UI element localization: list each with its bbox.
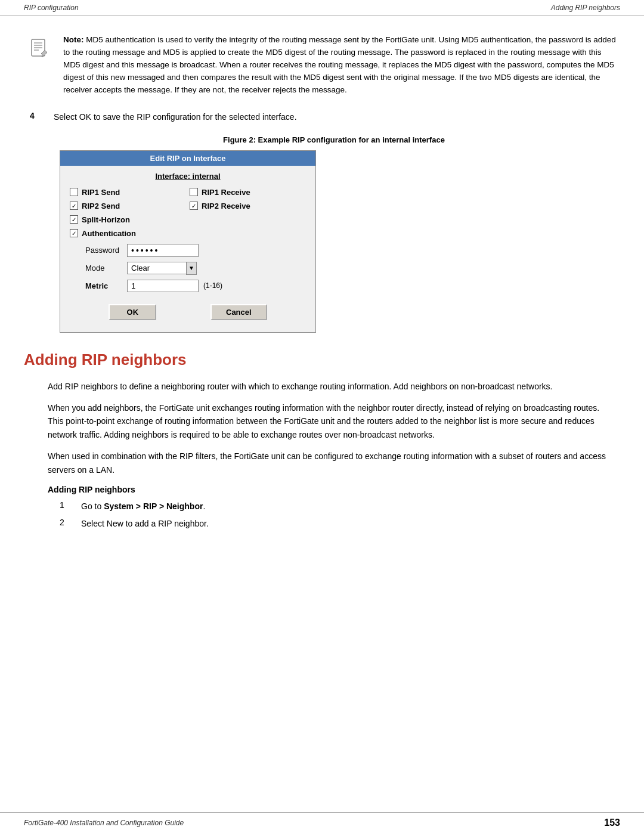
note-text: Note: MD5 authentication is used to veri… <box>63 34 620 97</box>
mode-select-wrapper: ▼ <box>127 262 197 275</box>
metric-range: (1-16) <box>203 281 222 290</box>
figure-caption: Figure 2: Example RIP configuration for … <box>48 135 620 144</box>
header-right: Adding RIP neighbors <box>551 4 620 12</box>
main-content: Note: MD5 authentication is used to veri… <box>0 16 644 812</box>
mode-input[interactable] <box>127 262 187 274</box>
pencil-icon <box>26 36 52 62</box>
step-list-item-1: 1 Go to System > RIP > Neighbor. <box>60 500 608 513</box>
authentication-label: Authentication <box>82 229 153 238</box>
step1-bold: System > RIP > Neighbor <box>104 501 203 511</box>
step1-suffix: . <box>203 501 205 511</box>
ok-button[interactable]: OK <box>109 304 156 320</box>
note-bold: Note: <box>63 35 84 44</box>
dialog-titlebar: Edit RIP on Interface <box>60 151 315 166</box>
rip1-receive-label: RIP1 Receive <box>202 188 306 197</box>
step4-number: 4 <box>30 111 42 120</box>
step4-text: Select OK to save the RIP configuration … <box>54 111 297 123</box>
step-list-item-2: 2 Select New to add a RIP neighbor. <box>60 518 608 530</box>
password-row: Password <box>85 244 306 257</box>
dialog-box: Edit RIP on Interface Interface: interna… <box>60 150 316 333</box>
cancel-button[interactable]: Cancel <box>210 304 267 320</box>
split-horizon-checkbox[interactable] <box>70 215 78 224</box>
rip2-receive-checkbox[interactable] <box>190 202 198 210</box>
metric-row: Metric (1-16) <box>85 280 306 292</box>
section-heading: Adding RIP neighbors <box>24 351 620 369</box>
note-section: Note: MD5 authentication is used to veri… <box>24 34 620 97</box>
note-body: MD5 authentication is used to verify the… <box>63 35 616 94</box>
header-bar: RIP configuration Adding RIP neighbors <box>0 0 644 16</box>
header-left: RIP configuration <box>24 4 79 12</box>
step1-number: 1 <box>60 500 69 510</box>
authentication-row: Authentication <box>70 229 306 238</box>
metric-input[interactable] <box>127 280 199 292</box>
rip1-send-label: RIP1 Send <box>82 188 186 197</box>
step-list: 1 Go to System > RIP > Neighbor. 2 Selec… <box>60 500 608 530</box>
sub-heading: Adding RIP neighbors <box>48 485 620 494</box>
step2-number: 2 <box>60 518 69 527</box>
password-label: Password <box>85 246 127 255</box>
body-para-2: When you add neighbors, the FortiGate un… <box>48 401 608 441</box>
rip1-receive-checkbox[interactable] <box>190 188 198 196</box>
dialog-interface-label: Interface: internal <box>70 172 306 181</box>
rip2-row: RIP2 Send RIP2 Receive <box>70 202 306 210</box>
step4-item: 4 Select OK to save the RIP configuratio… <box>30 111 620 123</box>
dialog-wrapper: Edit RIP on Interface Interface: interna… <box>60 150 620 333</box>
mode-label: Mode <box>85 264 127 272</box>
metric-label: Metric <box>85 281 127 290</box>
rip1-row: RIP1 Send RIP1 Receive <box>70 188 306 197</box>
body-para-3: When used in combination with the RIP fi… <box>48 450 608 476</box>
dialog-buttons: OK Cancel <box>70 301 306 324</box>
rip2-send-checkbox[interactable] <box>70 202 78 210</box>
rip2-send-label: RIP2 Send <box>82 202 186 210</box>
password-input[interactable] <box>127 244 199 257</box>
note-icon <box>24 34 54 64</box>
footer-left: FortiGate-400 Installation and Configura… <box>24 819 184 827</box>
rip1-send-checkbox[interactable] <box>70 188 78 196</box>
split-horizon-row: Split-Horizon <box>70 215 306 224</box>
mode-row: Mode ▼ <box>85 262 306 275</box>
footer-bar: FortiGate-400 Installation and Configura… <box>0 812 644 833</box>
authentication-checkbox[interactable] <box>70 229 78 237</box>
dialog-body: Interface: internal RIP1 Send RIP1 Recei… <box>60 166 315 332</box>
body-para-1: Add RIP neighbors to define a neighborin… <box>48 380 608 393</box>
step1-text: Go to System > RIP > Neighbor. <box>81 500 205 513</box>
step2-text: Select New to add a RIP neighbor. <box>81 518 209 530</box>
mode-dropdown-arrow[interactable]: ▼ <box>186 262 197 275</box>
split-horizon-label: Split-Horizon <box>82 215 153 224</box>
page-container: RIP configuration Adding RIP neighbors N… <box>0 0 644 833</box>
footer-page-number: 153 <box>604 817 620 828</box>
rip2-receive-label: RIP2 Receive <box>202 202 306 210</box>
